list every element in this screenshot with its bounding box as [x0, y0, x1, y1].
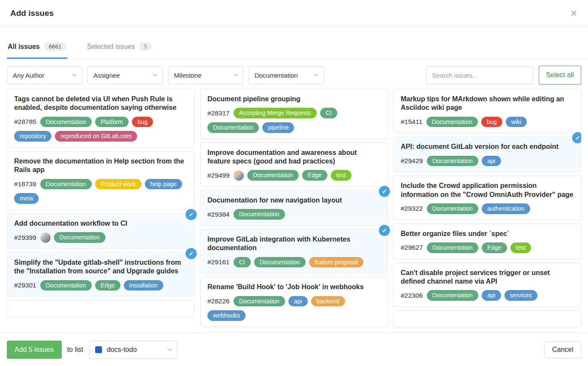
label-chip: CI — [320, 108, 337, 118]
select-all-button[interactable]: Select all — [539, 66, 581, 85]
issue-title: Tags cannot be deleted via UI when Push … — [14, 95, 187, 112]
issue-title: Documentation for new navigation layout — [207, 196, 381, 205]
issue-title: Include the Crowd application permission… — [401, 181, 574, 199]
issue-title: Simplify the "Update gitlab-shell" instr… — [14, 258, 187, 276]
board-column: Markup tips for MArkdown shown while edi… — [393, 89, 581, 333]
filter-bar: Any Author Assignee Milestone Documentat… — [0, 66, 588, 85]
avatar — [234, 170, 244, 181]
selected-issues-count-badge: 5 — [139, 42, 152, 51]
issue-card[interactable]: Rename 'Build Hook' to 'Job Hook' in web… — [200, 277, 388, 327]
chevron-down-icon — [72, 72, 77, 76]
label-chip: authentication — [482, 203, 530, 214]
label-chip: Documentation — [427, 242, 478, 253]
issue-card[interactable]: ✓Add documentation workflow to CI#29399D… — [7, 213, 195, 249]
list-name: docs-todo — [107, 346, 137, 354]
label-chip: pipeline — [262, 122, 294, 133]
issue-title: Add documentation workflow to CI — [14, 219, 187, 228]
issue-title: Document pipeline grouping — [207, 95, 381, 103]
chevron-down-icon — [153, 72, 157, 76]
avatar — [40, 233, 51, 243]
close-icon[interactable]: × — [571, 8, 577, 18]
label-chip: wiki — [506, 117, 527, 127]
label-chip: help page — [145, 179, 183, 190]
issue-id: #29429 — [401, 157, 423, 165]
issue-card[interactable]: Remove the documentation in Help section… — [7, 151, 195, 210]
label-chip: Accepting Merge Requests — [234, 108, 317, 118]
issue-card[interactable]: Tags cannot be deleted via UI when Push … — [7, 89, 195, 148]
chevron-down-icon — [314, 72, 318, 76]
label-chip: Product work — [95, 179, 141, 190]
issue-meta: #28317Accepting Merge RequestsCIDocument… — [207, 108, 381, 133]
issue-meta: #29499DocumentationEdgetest — [207, 170, 381, 181]
author-filter-dropdown[interactable]: Any Author — [7, 66, 82, 84]
label-chip: Edge — [482, 242, 507, 253]
issue-id: #29384 — [207, 211, 230, 218]
label-chip: Documentation — [207, 122, 259, 133]
issue-card[interactable]: Markup tips for MArkdown shown while edi… — [393, 89, 581, 133]
tab-selected-issues[interactable]: Selected issues 5 — [86, 36, 153, 59]
milestone-filter-dropdown[interactable]: Milestone — [168, 66, 243, 84]
modal-footer: Add 5 issues to list docs-todo Cancel — [0, 333, 588, 366]
all-issues-count-badge: 6661 — [44, 42, 66, 51]
label-chip: reproduced on GitLab.com — [55, 131, 137, 142]
label-chip: Documentation — [247, 170, 299, 181]
milestone-filter-label: Milestone — [174, 72, 201, 79]
search-input[interactable] — [426, 66, 533, 84]
label-chip: api — [482, 290, 501, 301]
issue-meta: #29429Documentationapi — [401, 156, 574, 166]
selected-check-icon: ✓ — [379, 186, 390, 197]
label-filter-label: Documentation — [255, 72, 298, 79]
issue-id: #22306 — [401, 292, 423, 299]
issue-id: #29161 — [207, 258, 230, 266]
issue-card-partial[interactable] — [7, 300, 195, 317]
issue-card[interactable]: ✓Improve GitLab integration with Kuberne… — [200, 229, 388, 273]
issue-id: #28785 — [14, 118, 36, 126]
issue-card[interactable]: Better organize files under `spec`#29627… — [393, 224, 581, 259]
issue-id: #15411 — [401, 118, 423, 126]
label-filter-dropdown[interactable]: Documentation — [249, 66, 324, 84]
tab-selected-issues-label: Selected issues — [87, 43, 135, 51]
label-chip: Documentation — [40, 179, 92, 190]
issue-card[interactable]: Document pipeline grouping#28317Acceptin… — [200, 89, 388, 139]
issue-meta: #18739DocumentationProduct workhelp page… — [14, 179, 187, 204]
label-chip: Edge — [302, 170, 327, 181]
list-color-swatch — [95, 346, 102, 353]
issue-title: API: document GitLab version for each en… — [401, 142, 574, 151]
label-chip: feature proposal — [309, 257, 363, 268]
label-chip: installation — [124, 280, 163, 291]
issue-meta: #28785DocumentationPlatformbugrepository… — [14, 117, 187, 142]
label-chip: Documentation — [54, 232, 105, 243]
label-chip: test — [331, 170, 352, 181]
list-select-dropdown[interactable]: docs-todo — [89, 341, 177, 359]
assignee-filter-dropdown[interactable]: Assignee — [87, 66, 163, 84]
issue-card[interactable]: Can't disable project services trigger o… — [393, 263, 581, 307]
label-chip: CI — [234, 257, 251, 268]
issue-card[interactable]: Include the Crowd application permission… — [393, 175, 581, 220]
label-chip: api — [288, 296, 308, 307]
issue-id: #18739 — [14, 180, 36, 188]
issue-meta: #15411Documentationbugwiki — [401, 117, 574, 127]
label-chip: test — [510, 242, 531, 253]
board-column: Tags cannot be deleted via UI when Push … — [7, 89, 195, 333]
issue-meta: #29399Documentation — [14, 232, 187, 243]
cancel-button[interactable]: Cancel — [544, 341, 581, 358]
issue-card-partial[interactable] — [393, 310, 581, 327]
label-chip: Documentation — [427, 203, 478, 214]
add-issues-button[interactable]: Add 5 issues — [7, 341, 62, 359]
author-filter-label: Any Author — [13, 72, 44, 79]
issue-meta: #29301DocumentationEdgeinstallation — [14, 280, 187, 291]
issue-title: Can't disable project services trigger o… — [401, 269, 574, 286]
issue-title: Markup tips for MArkdown shown while edi… — [401, 95, 574, 112]
issue-id: #28226 — [207, 297, 230, 305]
issue-id: #28317 — [207, 109, 230, 117]
issues-board: Tags cannot be deleted via UI when Push … — [7, 89, 581, 333]
tab-all-issues[interactable]: All issues 6661 — [7, 36, 67, 59]
label-chip: bug — [132, 117, 153, 127]
label-chip: Documentation — [254, 257, 306, 268]
issue-card[interactable]: Improve documentation and awareness abou… — [200, 142, 388, 187]
issue-id: #29322 — [401, 205, 423, 212]
label-chip: api — [482, 156, 501, 166]
issue-card[interactable]: ✓Simplify the "Update gitlab-shell" inst… — [7, 252, 195, 296]
issue-card[interactable]: ✓API: document GitLab version for each e… — [393, 136, 581, 172]
issue-card[interactable]: ✓Documentation for new navigation layout… — [200, 190, 388, 226]
